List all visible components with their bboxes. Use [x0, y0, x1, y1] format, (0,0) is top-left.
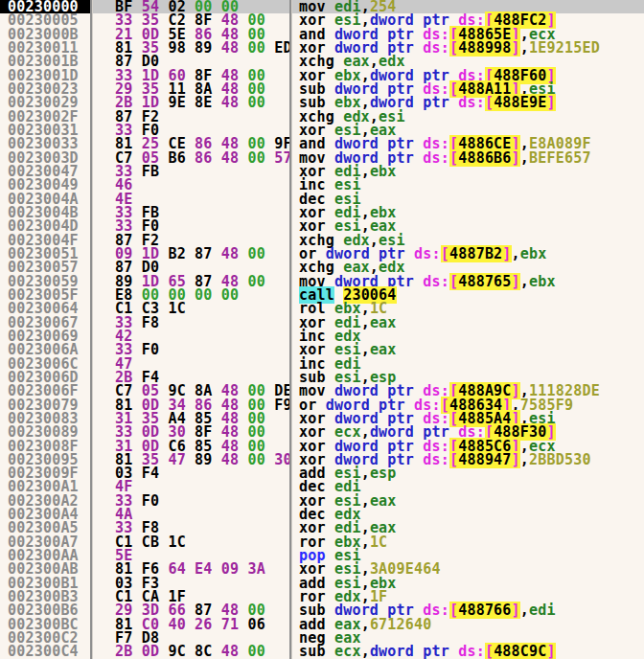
close-bracket: ]: [512, 602, 520, 619]
mem-address-highlight: [488947]: [449, 451, 520, 468]
instruction-byte: 26: [195, 616, 212, 633]
instruction-byte: 09: [221, 560, 239, 578]
register: edi: [529, 602, 556, 619]
punctuation: ,: [361, 163, 370, 180]
instruction-byte: 98: [168, 39, 185, 57]
close-bracket: ]: [547, 643, 556, 659]
size-specifier: dword ptr: [370, 643, 458, 659]
punctuation: ,: [361, 616, 370, 633]
instruction-byte: 48: [221, 643, 239, 659]
instruction-byte: F4: [142, 465, 159, 482]
instruction-byte: 86: [195, 149, 212, 167]
instruction-byte: 87: [195, 245, 212, 262]
close-bracket: ]: [547, 94, 556, 111]
bytes-cell: 2B 0D 9C 8C 48 00: [93, 645, 289, 658]
instruction-byte: 9C: [168, 643, 185, 659]
instruction-byte: 1C: [168, 300, 185, 317]
register: ecx: [334, 643, 361, 659]
instruction-byte: 48: [221, 149, 239, 167]
instruction-byte: F0: [142, 341, 159, 358]
instruction-byte: 8E: [195, 94, 212, 111]
instruction-byte: 00: [248, 94, 265, 111]
segment-prefix: ds:: [423, 39, 449, 57]
open-bracket: [: [485, 94, 494, 111]
segment-prefix: ds:: [458, 643, 485, 659]
instruction-cell: sub ecx,dword ptr ds:[488C9C]: [292, 645, 644, 658]
instruction-byte: 89: [195, 39, 212, 57]
mnemonic: sub: [299, 643, 334, 659]
punctuation: ,: [520, 149, 529, 167]
mem-address-highlight: [488998]: [449, 39, 520, 57]
immediate-value: 1E9215ED: [529, 39, 600, 57]
register: ebx: [370, 163, 397, 180]
instruction-byte: F0: [142, 492, 159, 510]
punctuation: ,: [361, 314, 370, 331]
punctuation: ,: [361, 534, 370, 551]
open-bracket: [: [449, 602, 458, 619]
instruction-byte: 3A: [248, 560, 265, 578]
instruction-byte: F8: [142, 314, 159, 331]
instruction-byte: 64: [168, 560, 185, 578]
register: eax: [370, 314, 397, 331]
instruction-byte: E4: [195, 560, 212, 578]
instruction-byte: B2: [168, 245, 185, 262]
instruction-byte: 00: [248, 245, 265, 262]
instruction-byte: 47: [168, 451, 185, 468]
mem-address-highlight: [4887B2]: [441, 245, 512, 262]
punctuation: ,: [361, 341, 370, 358]
open-bracket: [: [449, 451, 458, 468]
mem-address-highlight: [488765]: [449, 273, 520, 290]
register: ebx: [520, 245, 547, 262]
close-bracket: ]: [512, 451, 520, 468]
instruction-byte: 40: [168, 616, 185, 633]
open-bracket: [: [449, 149, 458, 167]
punctuation: ,: [361, 643, 370, 659]
instruction-byte: 2B: [115, 643, 132, 659]
close-bracket: ]: [502, 245, 511, 262]
disassembly-panel: 00230000BF 54 02 00 00mov edi,2540023000…: [0, 0, 644, 659]
instruction-byte: 0D: [142, 643, 159, 659]
punctuation: ,: [361, 465, 370, 482]
instruction-byte: 00: [248, 39, 265, 57]
immediate-value: 6712640: [370, 616, 432, 633]
immediate-value: BEFE657: [529, 149, 591, 167]
segment-prefix: ds:: [414, 245, 441, 262]
instruction-byte: B6: [168, 149, 185, 167]
address-cell: 002300C4: [0, 645, 90, 658]
register: eax: [370, 341, 397, 358]
open-bracket: [: [449, 273, 458, 290]
open-bracket: [: [485, 643, 494, 659]
instruction-byte: 71: [221, 616, 239, 633]
segment-prefix: ds:: [423, 451, 449, 468]
instruction-byte: FB: [142, 163, 159, 180]
punctuation: ,: [520, 273, 529, 290]
close-bracket: ]: [512, 273, 520, 290]
instruction-byte: 00: [248, 451, 265, 468]
punctuation: ,: [520, 602, 529, 619]
register: eax: [370, 492, 397, 510]
punctuation: ,: [361, 492, 370, 510]
punctuation: ,: [520, 39, 529, 57]
segment-prefix: ds:: [423, 273, 449, 290]
instruction-byte: 00: [248, 643, 265, 659]
register: esp: [370, 465, 397, 482]
instruction-byte: 48: [221, 94, 239, 111]
instruction-byte: 89: [195, 451, 212, 468]
immediate-value: 1C: [370, 534, 387, 551]
mem-address-highlight: [488E9E]: [485, 94, 556, 111]
punctuation: ,: [512, 245, 520, 262]
immediate-value: 2BBD530: [529, 451, 591, 468]
segment-prefix: ds:: [458, 94, 485, 111]
segment-prefix: ds:: [423, 149, 449, 167]
open-bracket: [: [449, 39, 458, 57]
instruction-byte: 00: [221, 286, 239, 304]
close-bracket: ]: [512, 39, 520, 57]
instruction-byte: 00: [248, 273, 265, 290]
instruction-byte: CB: [142, 534, 159, 551]
disasm-row[interactable]: 002300C42B 0D 9C 8C 48 00sub ecx,dword p…: [0, 645, 644, 658]
instruction-byte: 00: [195, 286, 212, 304]
instruction-byte: 48: [221, 245, 239, 262]
instruction-byte: 48: [221, 451, 239, 468]
mem-address-highlight: [488766]: [449, 602, 520, 619]
instruction-byte: 00: [248, 149, 265, 167]
